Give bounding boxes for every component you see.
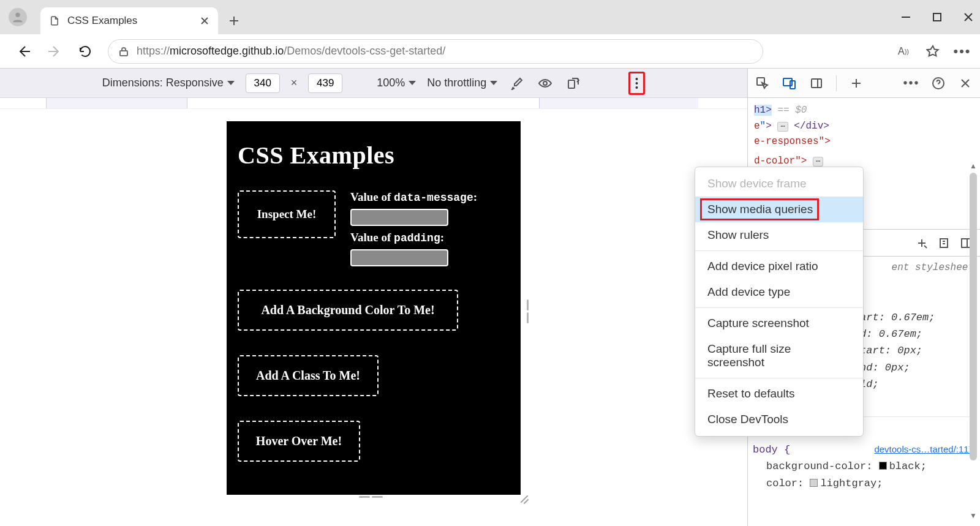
help-button[interactable]: [931, 76, 946, 91]
menu-close-devtools[interactable]: Close DevTools: [695, 407, 863, 432]
css-decl[interactable]: color: lightgray;: [753, 475, 974, 492]
rendered-page[interactable]: CSS Examples Inspect Me! Value of data-m…: [227, 121, 521, 495]
hover-box[interactable]: Hover Over Me!: [238, 421, 360, 462]
resize-handle-vertical[interactable]: [527, 293, 532, 329]
profile-avatar[interactable]: [9, 8, 27, 26]
resize-handle-corner[interactable]: [519, 494, 529, 503]
width-input[interactable]: [246, 73, 280, 93]
chevron-down-icon: [490, 81, 497, 85]
menu-capture-screenshot[interactable]: Capture screenshot: [695, 310, 863, 336]
resize-handle-horizontal[interactable]: [349, 496, 392, 501]
body-selector[interactable]: body {: [753, 441, 790, 458]
new-style-rule-button[interactable]: [916, 238, 927, 249]
tab-title: CSS Examples: [67, 15, 192, 27]
stylesheet-source: ent stylesheet: [892, 260, 974, 276]
page-heading: CSS Examples: [238, 141, 510, 170]
menu-capture-full-screenshot[interactable]: Capture full size screenshot: [695, 336, 863, 375]
maximize-button[interactable]: [932, 12, 942, 22]
svg-rect-4: [568, 80, 575, 88]
menu-separator: [695, 307, 863, 308]
toggle-class-button[interactable]: [938, 238, 949, 249]
new-tab-button[interactable]: [222, 9, 246, 33]
lock-icon: [118, 46, 129, 57]
scroll-up-icon[interactable]: ▲: [968, 162, 979, 171]
window-controls: [900, 0, 974, 34]
reload-button[interactable]: [77, 43, 93, 59]
dock-side-button[interactable]: [809, 76, 824, 91]
throttling-label: No throttling: [427, 77, 486, 89]
favorite-button[interactable]: [926, 45, 940, 58]
address-bar[interactable]: https://microsoftedge.github.io/Demos/de…: [108, 39, 763, 64]
close-window-button[interactable]: [963, 12, 974, 23]
color-swatch[interactable]: [810, 479, 818, 487]
menu-add-device-type[interactable]: Add device type: [695, 279, 863, 305]
device-toolbar-more-button[interactable]: [628, 72, 645, 95]
scrollbar[interactable]: ▲ ▼: [968, 173, 979, 520]
close-tab-button[interactable]: [200, 16, 209, 26]
browser-tab[interactable]: CSS Examples: [40, 7, 218, 34]
bg-color-box[interactable]: Add A Background Color To Me!: [238, 290, 458, 331]
devtools-more-button[interactable]: •••: [904, 76, 919, 91]
inspect-element-button[interactable]: [755, 76, 770, 91]
new-tab-button[interactable]: [849, 76, 864, 91]
value-readouts: Value of data-message: Value of padding:: [350, 190, 477, 266]
svg-point-3: [543, 81, 547, 85]
svg-rect-1: [933, 13, 941, 21]
padding-input[interactable]: [350, 249, 448, 266]
svg-rect-8: [757, 78, 764, 85]
svg-point-0: [15, 13, 20, 17]
menu-separator: [695, 378, 863, 378]
content-area: Dimensions: Responsive × 100% No throttl…: [0, 69, 980, 526]
dimensions-label: Dimensions: Responsive: [102, 77, 224, 89]
menu-show-device-frame[interactable]: Show device frame: [695, 171, 863, 197]
url-text: https://microsoftedge.github.io/Demos/de…: [137, 45, 445, 58]
menu-reset-defaults[interactable]: Reset to defaults: [695, 381, 863, 407]
scroll-thumb[interactable]: [970, 173, 977, 460]
person-icon: [11, 10, 24, 24]
kebab-icon: [635, 77, 638, 89]
breakpoint-ruler[interactable]: [0, 98, 747, 109]
devtools-toolbar: •••: [748, 69, 980, 98]
emulated-viewport: CSS Examples Inspect Me! Value of data-m…: [0, 109, 747, 526]
scroll-down-icon[interactable]: ▼: [968, 511, 979, 521]
data-message-label: Value of data-message:: [350, 190, 477, 204]
data-message-input[interactable]: [350, 209, 448, 226]
height-input[interactable]: [308, 73, 342, 93]
browser-toolbar: https://microsoftedge.github.io/Demos/de…: [0, 34, 980, 69]
css-decl[interactable]: background-color: black;: [753, 458, 974, 475]
svg-rect-11: [812, 79, 821, 88]
device-toolbar-menu: Show device frame Show media queries Sho…: [695, 167, 864, 437]
padding-label: Value of padding:: [350, 231, 477, 244]
page-icon: [49, 15, 60, 26]
menu-add-device-pixel-ratio[interactable]: Add device pixel ratio: [695, 254, 863, 279]
throttling-dropdown[interactable]: No throttling: [427, 77, 497, 89]
svg-point-5: [636, 78, 638, 80]
menu-show-rulers[interactable]: Show rulers: [695, 222, 863, 248]
inspect-me-box[interactable]: Inspect Me!: [238, 190, 336, 238]
visibility-button[interactable]: [537, 75, 554, 92]
read-aloud-button[interactable]: A)): [897, 45, 910, 58]
add-class-box[interactable]: Add A Class To Me!: [238, 355, 379, 396]
svg-point-7: [636, 86, 638, 89]
window-titlebar: CSS Examples: [0, 0, 980, 34]
toggle-device-button[interactable]: [782, 76, 797, 91]
settings-menu-button[interactable]: •••: [956, 45, 969, 58]
device-toolbar: Dimensions: Responsive × 100% No throttl…: [0, 69, 747, 98]
rotate-button[interactable]: [565, 75, 582, 92]
back-button[interactable]: [16, 43, 32, 59]
chevron-down-icon: [409, 81, 416, 85]
forward-button[interactable]: [47, 43, 62, 59]
zoom-dropdown[interactable]: 100%: [377, 77, 416, 89]
device-frame: CSS Examples Inspect Me! Value of data-m…: [227, 121, 521, 495]
eyedropper-button[interactable]: [508, 75, 526, 92]
close-devtools-button[interactable]: [958, 76, 973, 91]
menu-show-media-queries[interactable]: Show media queries: [695, 197, 863, 222]
color-swatch[interactable]: [879, 462, 887, 470]
dimension-separator: ×: [291, 77, 298, 89]
zoom-label: 100%: [377, 77, 405, 89]
svg-rect-2: [120, 51, 127, 56]
dimensions-dropdown[interactable]: Dimensions: Responsive: [102, 77, 235, 89]
menu-separator: [695, 250, 863, 251]
minimize-button[interactable]: [900, 12, 911, 23]
source-link[interactable]: devtools-cs…tarted/:117: [874, 442, 974, 457]
